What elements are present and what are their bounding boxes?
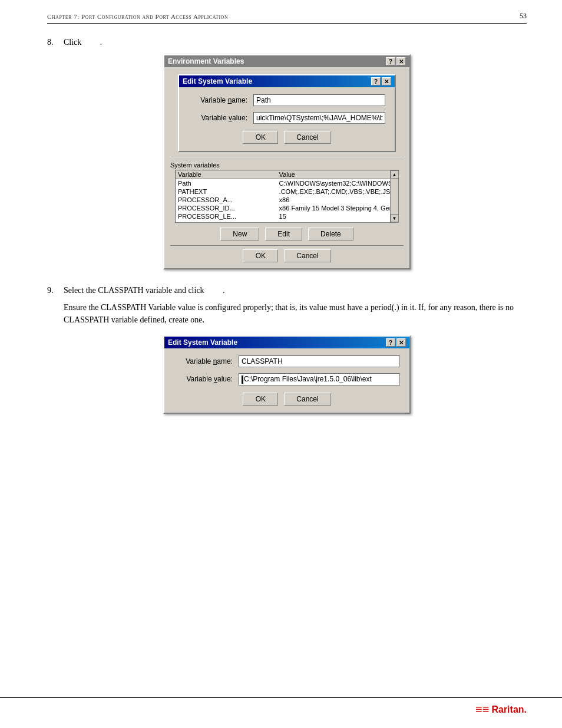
var-name-cell: PATHEXT <box>176 187 277 196</box>
edit-inner-cancel-button[interactable]: Cancel <box>284 131 330 144</box>
sys-vars-section: System variables Variable Value <box>170 162 404 223</box>
raritan-icon: ≡≡ <box>475 703 489 716</box>
classpath-var-name-row: Variable name: <box>174 355 400 367</box>
table-row[interactable]: PROCESSOR_A... x86 <box>176 196 390 204</box>
step-9: 9. Select the CLASSPATH variable and cli… <box>47 286 527 414</box>
step-8-text: Click <box>64 38 81 47</box>
env-separator <box>170 157 404 158</box>
var-value-label: Variable value: <box>189 114 253 122</box>
delete-button[interactable]: Delete <box>308 228 353 241</box>
edit-sys-var-inner-dialog: Edit System Variable ? ✕ Variable name: <box>178 74 396 152</box>
step-9-period: . <box>223 286 225 295</box>
raritan-brand-name: Raritan. <box>491 704 527 715</box>
var-name-cell: PROCESSOR_A... <box>176 196 277 204</box>
classpath-dialog-title: Edit System Variable <box>168 338 237 347</box>
table-scrollbar[interactable]: ▲ ▼ <box>390 170 398 222</box>
step-8: 8. Click . Environment Variables ? ✕ <box>47 38 527 269</box>
col-header-variable: Variable <box>176 170 277 179</box>
env-ok-button[interactable]: OK <box>243 249 278 262</box>
edit-inner-button-row: OK Cancel <box>189 131 385 144</box>
page-footer: ≡≡ Raritan. <box>0 697 562 716</box>
env-titlebar-buttons: ? ✕ <box>386 57 406 65</box>
step-8-period: . <box>100 38 103 47</box>
env-bottom-separator <box>170 245 404 246</box>
text-cursor-icon <box>242 375 243 384</box>
scroll-up-arrow[interactable]: ▲ <box>391 170 399 179</box>
classpath-button-row: OK Cancel <box>174 393 400 406</box>
classpath-ok-button[interactable]: OK <box>243 393 278 406</box>
classpath-var-value-input[interactable]: C:\Program Files\Java\jre1.5.0_06\lib\ex… <box>239 373 400 386</box>
env-dialog-titlebar: Environment Variables ? ✕ <box>164 55 409 67</box>
table-row[interactable]: PROCESSOR_LE... 15 <box>176 212 390 220</box>
edit-sys-var-inner-titlebar: Edit System Variable ? ✕ <box>179 75 395 87</box>
table-row[interactable]: PROCESSOR_ID... x86 Family 15 Model 3 St… <box>176 204 390 212</box>
env-cancel-button[interactable]: Cancel <box>284 249 330 262</box>
env-variables-dialog: Environment Variables ? ✕ Edit System Va… <box>163 54 411 269</box>
var-name-label: Variable name: <box>189 96 253 104</box>
classpath-close-button[interactable]: ✕ <box>396 338 406 347</box>
var-name-cell: Path <box>176 179 277 188</box>
sys-vars-label: System variables <box>170 162 404 169</box>
edit-inner-help-button[interactable]: ? <box>371 77 381 85</box>
classpath-var-name-label: Variable name: <box>174 357 239 365</box>
scroll-down-arrow[interactable]: ▼ <box>391 214 399 222</box>
classpath-var-name-input[interactable] <box>239 355 400 367</box>
classpath-cancel-button[interactable]: Cancel <box>284 393 330 406</box>
var-name-input[interactable] <box>253 94 385 106</box>
classpath-dialog-container: Edit System Variable ? ✕ Variable name: <box>47 335 527 414</box>
classpath-titlebar: Edit System Variable ? ✕ <box>164 337 409 348</box>
var-value-input[interactable] <box>253 112 385 124</box>
classpath-dialog: Edit System Variable ? ✕ Variable name: <box>163 335 411 414</box>
env-ok-cancel-row: OK Cancel <box>164 249 409 262</box>
sys-vars-table: Variable Value Path C:\WINDOWS\system32;… <box>176 170 390 220</box>
var-name-row: Variable name: <box>189 94 385 106</box>
env-close-button[interactable]: ✕ <box>396 57 406 65</box>
env-dialog-container: Environment Variables ? ✕ Edit System Va… <box>47 54 527 269</box>
edit-button[interactable]: Edit <box>265 228 302 241</box>
classpath-dialog-body: Variable name: Variable value: C:\Progra… <box>164 348 409 413</box>
table-row[interactable]: Path C:\WINDOWS\system32;C:\WINDOWS;... <box>176 179 390 188</box>
step-9-label: 9. Select the CLASSPATH variable and cli… <box>47 286 527 295</box>
var-value-cell: .COM;.EXE;.BAT;.CMD;.VBS;.VBE;.JS;.... <box>277 187 390 196</box>
edit-sys-var-inner-body: Variable name: Variable value: OK <box>179 87 395 151</box>
env-help-button[interactable]: ? <box>386 57 395 65</box>
var-name-cell: PROCESSOR_LE... <box>176 212 277 220</box>
step-9-number: 9. <box>47 286 54 295</box>
raritan-logo: ≡≡ Raritan. <box>475 703 527 716</box>
step-9-description: Ensure the CLASSPATH Variable value is c… <box>64 301 527 326</box>
classpath-help-button[interactable]: ? <box>386 338 395 347</box>
classpath-var-value-label: Variable value: <box>174 375 239 383</box>
edit-inner-titlebar-buttons: ? ✕ <box>371 77 391 85</box>
var-value-cell: C:\WINDOWS\system32;C:\WINDOWS;... <box>277 179 390 188</box>
edit-inner-close-button[interactable]: ✕ <box>382 77 391 85</box>
var-value-cell: x86 <box>277 196 390 204</box>
env-new-edit-delete-row: New Edit Delete <box>164 228 409 241</box>
table-row[interactable]: PATHEXT .COM;.EXE;.BAT;.CMD;.VBS;.VBE;.J… <box>176 187 390 196</box>
sys-vars-table-container: Variable Value Path C:\WINDOWS\system32;… <box>175 170 399 223</box>
step-8-label: 8. Click . <box>47 38 527 47</box>
classpath-titlebar-buttons: ? ✕ <box>386 338 406 347</box>
var-value-cell: x86 Family 15 Model 3 Stepping 4, Genu..… <box>277 204 390 212</box>
step-8-number: 8. <box>47 38 54 47</box>
header-title: Chapter 7: Port Configuration and Port A… <box>47 13 228 20</box>
page-number: 53 <box>520 12 527 21</box>
var-name-cell: PROCESSOR_ID... <box>176 204 277 212</box>
edit-sys-var-inner-title: Edit System Variable <box>183 77 252 85</box>
var-value-cell: 15 <box>277 212 390 220</box>
edit-inner-ok-button[interactable]: OK <box>243 131 278 144</box>
step-9-text: Select the CLASSPATH variable and click <box>64 286 204 295</box>
var-value-row: Variable value: <box>189 112 385 124</box>
new-button[interactable]: New <box>220 228 259 241</box>
col-header-value: Value <box>277 170 390 179</box>
env-dialog-title: Environment Variables <box>168 57 244 65</box>
page: Chapter 7: Port Configuration and Port A… <box>0 0 562 728</box>
classpath-var-value-row: Variable value: C:\Program Files\Java\jr… <box>174 373 400 386</box>
page-header: Chapter 7: Port Configuration and Port A… <box>47 12 527 24</box>
